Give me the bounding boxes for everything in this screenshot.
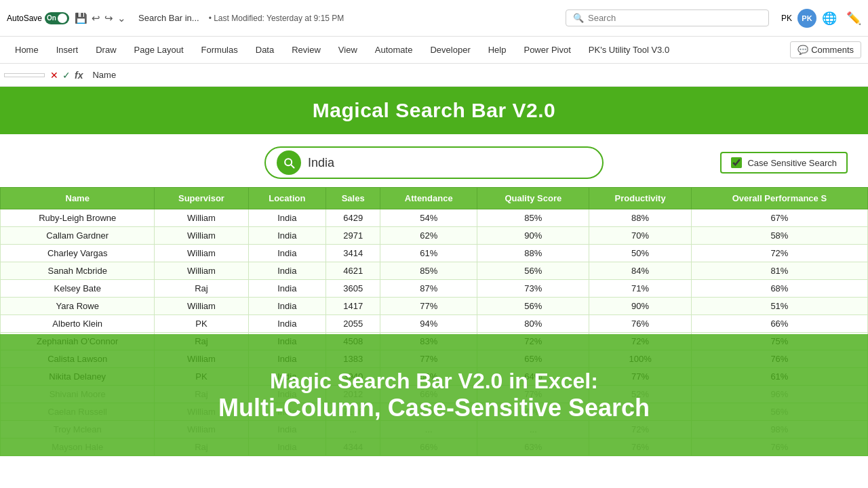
table-cell: 3940 bbox=[326, 368, 380, 386]
global-search-box[interactable]: 🔍 bbox=[566, 9, 769, 26]
menu-page-layout[interactable]: Page Layout bbox=[126, 41, 192, 59]
menu-bar: Home Insert Draw Page Layout Formulas Da… bbox=[0, 37, 868, 64]
table-row: Shivani MooreRajIndia201266%77%52%96% bbox=[1, 386, 868, 403]
cancel-icon[interactable]: ✕ bbox=[50, 70, 58, 81]
comments-button[interactable]: 💬 Comments bbox=[790, 41, 861, 58]
table-cell: 98% bbox=[691, 421, 867, 439]
avatar: PK bbox=[797, 9, 816, 28]
table-cell: 90% bbox=[477, 227, 589, 245]
table-cell: 58% bbox=[380, 403, 477, 421]
undo-icon[interactable]: ↩ bbox=[92, 12, 100, 24]
save-icon[interactable]: 💾 bbox=[75, 12, 87, 24]
autosave-toggle[interactable]: On bbox=[45, 12, 69, 24]
redo-icon[interactable]: ↪ bbox=[104, 12, 113, 24]
table-cell: India bbox=[248, 421, 326, 439]
pen-icon[interactable]: ✏️ bbox=[846, 11, 861, 26]
table-cell: 54% bbox=[380, 209, 477, 227]
case-sensitive-checkbox[interactable] bbox=[731, 157, 742, 168]
table-cell: Callam Gardner bbox=[1, 227, 155, 245]
menu-formulas[interactable]: Formulas bbox=[193, 41, 246, 59]
table-cell: 72% bbox=[477, 333, 589, 350]
toolbar-icons: 💾 ↩ ↪ ⌄ bbox=[75, 12, 126, 24]
table-row: Yara RoweWilliamIndia141777%56%90%51% bbox=[1, 298, 868, 315]
col-productivity: Productivity bbox=[589, 188, 691, 209]
table-header-row: Name Supervisor Location Sales Attendanc… bbox=[1, 188, 868, 209]
table-cell: India bbox=[248, 386, 326, 403]
menu-draw[interactable]: Draw bbox=[87, 41, 124, 59]
table-cell: William bbox=[155, 350, 248, 368]
table-cell: 3605 bbox=[326, 280, 380, 298]
table-cell: 77% bbox=[589, 368, 691, 386]
table-cell: 65% bbox=[477, 350, 589, 368]
table-cell: Zephaniah O'Connor bbox=[1, 333, 155, 350]
table-cell: 81% bbox=[691, 262, 867, 280]
table-cell: India bbox=[248, 368, 326, 386]
table-cell: Calista Lawson bbox=[1, 350, 155, 368]
table-row: Zephaniah O'ConnorRajIndia450883%72%72%7… bbox=[1, 333, 868, 350]
table-cell: William bbox=[155, 262, 248, 280]
table-cell: India bbox=[248, 403, 326, 421]
search-svg bbox=[282, 156, 296, 169]
table-cell: 56% bbox=[477, 262, 589, 280]
table-cell: 87% bbox=[380, 280, 477, 298]
menu-automate[interactable]: Automate bbox=[367, 41, 421, 59]
formula-bar: ✕ ✓ fx Name bbox=[0, 64, 868, 87]
table-cell: 6429 bbox=[326, 209, 380, 227]
table-cell: Mayson Hale bbox=[1, 439, 155, 456]
menu-developer[interactable]: Developer bbox=[422, 41, 478, 59]
table-row: Nikita DelaneyPKIndia394056%64%77%61% bbox=[1, 368, 868, 386]
table-cell: India bbox=[248, 298, 326, 315]
table-cell: Charley Vargas bbox=[1, 245, 155, 262]
table-cell: William bbox=[155, 227, 248, 245]
col-attendance: Attendance bbox=[380, 188, 477, 209]
confirm-icon[interactable]: ✓ bbox=[62, 70, 71, 81]
table-row: Alberto KleinPKIndia205594%80%76%66% bbox=[1, 315, 868, 333]
table-cell: William bbox=[155, 209, 248, 227]
search-input[interactable] bbox=[308, 156, 598, 170]
toggle-knob bbox=[58, 14, 67, 23]
table-cell: 76% bbox=[589, 315, 691, 333]
table-cell: 2012 bbox=[326, 386, 380, 403]
formula-value: Name bbox=[92, 70, 116, 80]
table-cell: 56% bbox=[380, 368, 477, 386]
autosave-state-label: On bbox=[47, 14, 56, 22]
search-bar[interactable] bbox=[264, 146, 604, 179]
table-cell: PK bbox=[155, 315, 248, 333]
table-cell: 1417 bbox=[326, 298, 380, 315]
table-cell: India bbox=[248, 262, 326, 280]
globe-icon: 🌐 bbox=[822, 11, 837, 26]
table-row: Ruby-Leigh BrowneWilliamIndia642954%85%8… bbox=[1, 209, 868, 227]
table-cell: Raj bbox=[155, 280, 248, 298]
menu-home[interactable]: Home bbox=[7, 41, 47, 59]
menu-insert[interactable]: Insert bbox=[48, 41, 87, 59]
table-cell: 4621 bbox=[326, 262, 380, 280]
table-cell: 56% bbox=[477, 298, 589, 315]
table-cell: 66% bbox=[691, 315, 867, 333]
menu-data[interactable]: Data bbox=[248, 41, 282, 59]
more-icon[interactable]: ⌄ bbox=[117, 12, 126, 24]
table-cell: India bbox=[248, 315, 326, 333]
table-cell: 75% bbox=[691, 333, 867, 350]
table-cell: 68% bbox=[691, 280, 867, 298]
function-icon[interactable]: fx bbox=[75, 70, 83, 81]
menu-help[interactable]: Help bbox=[480, 41, 515, 59]
table-cell: Raj bbox=[155, 386, 248, 403]
table-cell: 80% bbox=[477, 315, 589, 333]
table-row: Mayson HaleRajIndia434466%63%76%76% bbox=[1, 439, 868, 456]
table-cell: India bbox=[248, 227, 326, 245]
table-row: Kelsey BateRajIndia360587%73%71%68% bbox=[1, 280, 868, 298]
table-cell: India bbox=[248, 280, 326, 298]
table-row: Calista LawsonWilliamIndia138377%65%100%… bbox=[1, 350, 868, 368]
page-title: Magical Search Bar V2.0 bbox=[0, 87, 868, 134]
table-row: Sanah McbrideWilliamIndia462185%56%84%81… bbox=[1, 262, 868, 280]
menu-pk-utility[interactable]: PK's Utility Tool V3.0 bbox=[580, 41, 677, 59]
menu-view[interactable]: View bbox=[330, 41, 366, 59]
menu-power-pivot[interactable]: Power Pivot bbox=[515, 41, 578, 59]
table-cell: William bbox=[155, 298, 248, 315]
menu-review[interactable]: Review bbox=[283, 41, 329, 59]
cell-reference[interactable] bbox=[4, 73, 45, 77]
table-cell: Ruby-Leigh Browne bbox=[1, 209, 155, 227]
table-cell: William bbox=[155, 245, 248, 262]
col-supervisor: Supervisor bbox=[155, 188, 248, 209]
global-search-input[interactable] bbox=[588, 13, 762, 23]
